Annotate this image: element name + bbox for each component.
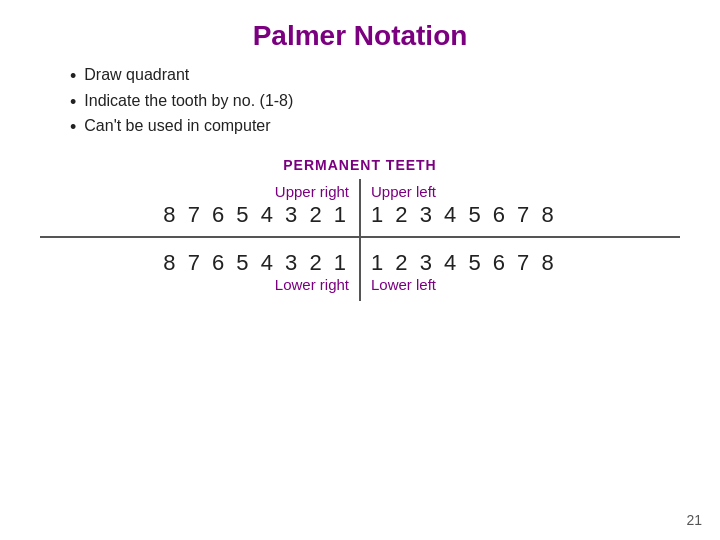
bullet-item-3: Can't be used in computer [70, 117, 680, 139]
lower-right-cell: 8 7 6 5 4 3 2 1 Lower right [40, 237, 360, 301]
quadrant-section: PERMANENT TEETH Upper right 8 7 6 5 4 3 … [40, 157, 680, 301]
lower-right-label: Lower right [50, 276, 349, 293]
upper-left-label: Upper left [371, 183, 670, 200]
bullet-list: Draw quadrant Indicate the tooth by no. … [70, 66, 680, 139]
permanent-teeth-label: PERMANENT TEETH [40, 157, 680, 173]
slide-title: Palmer Notation [40, 20, 680, 52]
bullet-item-2: Indicate the tooth by no. (1-8) [70, 92, 680, 114]
lower-right-numbers: 8 7 6 5 4 3 2 1 [50, 250, 349, 276]
upper-left-cell: Upper left 1 2 3 4 5 6 7 8 [360, 179, 680, 237]
lower-left-label: Lower left [371, 276, 670, 293]
upper-right-cell: Upper right 8 7 6 5 4 3 2 1 [40, 179, 360, 237]
upper-right-label: Upper right [50, 183, 349, 200]
quadrant-table: Upper right 8 7 6 5 4 3 2 1 Upper left 1… [40, 179, 680, 301]
upper-left-numbers: 1 2 3 4 5 6 7 8 [371, 202, 670, 228]
slide-page: Palmer Notation Draw quadrant Indicate t… [0, 0, 720, 540]
upper-quadrant-row: Upper right 8 7 6 5 4 3 2 1 Upper left 1… [40, 179, 680, 237]
lower-left-cell: 1 2 3 4 5 6 7 8 Lower left [360, 237, 680, 301]
bullet-item-1: Draw quadrant [70, 66, 680, 88]
upper-right-numbers: 8 7 6 5 4 3 2 1 [50, 202, 349, 228]
page-number: 21 [686, 512, 702, 528]
lower-left-numbers: 1 2 3 4 5 6 7 8 [371, 250, 670, 276]
lower-quadrant-row: 8 7 6 5 4 3 2 1 Lower right 1 2 3 4 5 6 … [40, 237, 680, 301]
